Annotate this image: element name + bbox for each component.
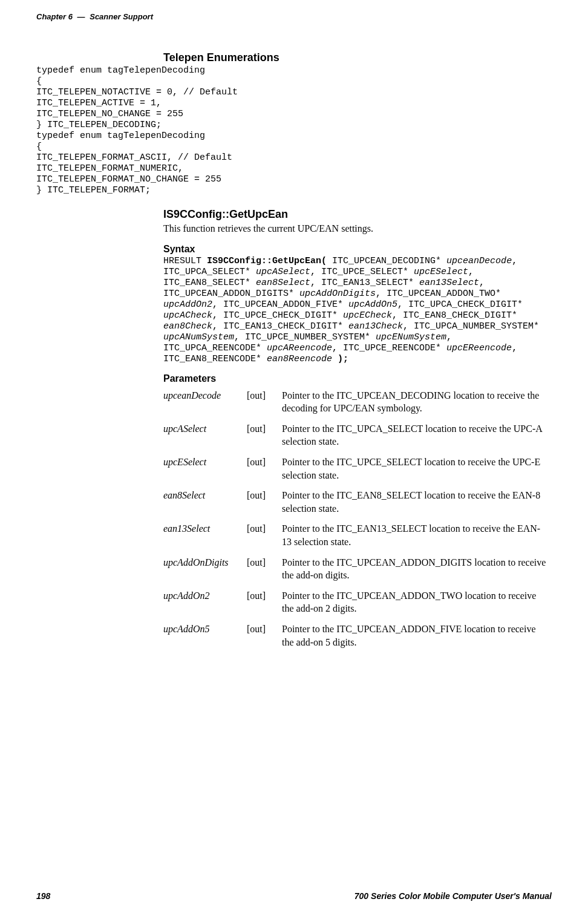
param-desc: Pointer to the ITC_EAN8_SELECT location … — [282, 485, 552, 518]
syn-t13: , ITC_UPCA_NUMBER_SYSTEM* — [403, 321, 539, 332]
syn-t11: , ITC_EAN8_CHECK_DIGIT* — [392, 310, 517, 321]
syn-p10: upcECheck — [343, 310, 392, 321]
syn-p11: ean8Check — [163, 321, 212, 332]
running-head-chapter: Chapter 6 — [36, 12, 73, 21]
syn-p3: upcESelect — [414, 267, 468, 277]
param-direction: [out] — [247, 619, 282, 652]
telepen-heading: Telepen Enumerations — [163, 51, 552, 64]
syn-p13: upcANumSystem — [163, 332, 234, 342]
syn-p12: ean13Check — [348, 321, 403, 332]
telepen-code: typedef enum tagTelepenDecoding { ITC_TE… — [36, 65, 552, 196]
param-name: upcAddOn2 — [163, 586, 247, 619]
syn-p7: upcAddOn2 — [163, 299, 212, 310]
param-direction: [out] — [247, 485, 282, 518]
syn-p2: upcASelect — [256, 267, 310, 277]
page-footer: 198 700 Series Color Mobile Computer Use… — [36, 891, 552, 901]
param-row: upcAddOn5[out]Pointer to the ITC_UPCEAN_… — [163, 619, 552, 652]
getupcean-heading: IS9CConfig::GetUpcEan — [163, 208, 552, 221]
syn-t9: , ITC_UPCA_CHECK_DIGIT* — [397, 299, 523, 310]
syn-t12: , ITC_EAN13_CHECK_DIGIT* — [212, 321, 348, 332]
syn-t10: , ITC_UPCE_CHECK_DIGIT* — [212, 310, 343, 321]
telepen-section: Telepen Enumerations — [163, 51, 552, 64]
param-direction: [out] — [247, 452, 282, 485]
syntax-call: IS9CConfig::GetUpcEan( — [207, 256, 327, 266]
syn-p1: upceanDecode — [446, 256, 512, 266]
param-desc: Pointer to the ITC_UPCEAN_ADDON_TWO loca… — [282, 586, 552, 619]
syn-p14: upcENumSystem — [376, 332, 446, 342]
parameters-heading: Parameters — [163, 373, 552, 384]
param-row: upcASelect[out]Pointer to the ITC_UPCA_S… — [163, 419, 552, 452]
syn-t7: , ITC_UPCEAN_ADDON_TWO* — [376, 289, 501, 299]
getupcean-section: IS9CConfig::GetUpcEan This function retr… — [163, 208, 552, 652]
param-desc: Pointer to the ITC_UPCA_SELECT location … — [282, 419, 552, 452]
param-name: upcESelect — [163, 452, 247, 485]
getupcean-desc: This function retrieves the current UPC/… — [163, 222, 552, 235]
syn-p4: ean8Select — [256, 278, 310, 288]
param-desc: Pointer to the ITC_UPCEAN_ADDON_DIGITS l… — [282, 552, 552, 586]
syn-t1: ITC_UPCEAN_DECODING* — [327, 256, 446, 266]
syntax-block: HRESULT IS9CConfig::GetUpcEan( ITC_UPCEA… — [163, 256, 552, 365]
page-number: 198 — [36, 891, 50, 901]
param-desc: Pointer to the ITC_UPCEAN_DECODING locat… — [282, 385, 552, 419]
param-direction: [out] — [247, 419, 282, 452]
param-name: upceanDecode — [163, 385, 247, 419]
param-desc: Pointer to the ITC_UPCEAN_ADDON_FIVE loc… — [282, 619, 552, 652]
syntax-heading: Syntax — [163, 244, 552, 255]
syn-p5: ean13Select — [419, 278, 479, 288]
syn-t8: , ITC_UPCEAN_ADDON_FIVE* — [212, 299, 348, 310]
param-row: ean13Select[out]Pointer to the ITC_EAN13… — [163, 518, 552, 552]
syn-p6: upcAddOnDigits — [299, 289, 376, 299]
param-desc: Pointer to the ITC_EAN13_SELECT location… — [282, 518, 552, 552]
param-name: upcASelect — [163, 419, 247, 452]
param-direction: [out] — [247, 385, 282, 419]
syn-p9: upcACheck — [163, 310, 212, 321]
param-row: ean8Select[out]Pointer to the ITC_EAN8_S… — [163, 485, 552, 518]
syn-t16: , ITC_UPCE_REENCODE* — [332, 343, 446, 353]
param-direction: [out] — [247, 552, 282, 586]
page: Chapter 6 — Scanner Support Telepen Enum… — [0, 0, 588, 919]
syn-p16: upcEReencode — [446, 343, 512, 353]
param-row: upceanDecode[out]Pointer to the ITC_UPCE… — [163, 385, 552, 419]
param-row: upcESelect[out]Pointer to the ITC_UPCE_S… — [163, 452, 552, 485]
param-direction: [out] — [247, 586, 282, 619]
syn-t3: , ITC_UPCE_SELECT* — [310, 267, 414, 277]
param-row: upcAddOn2[out]Pointer to the ITC_UPCEAN_… — [163, 586, 552, 619]
syn-t5: , ITC_EAN13_SELECT* — [310, 278, 419, 288]
param-name: upcAddOn5 — [163, 619, 247, 652]
syn-p15: upcAReencode — [267, 343, 332, 353]
running-head-dash: — — [77, 12, 85, 21]
param-direction: [out] — [247, 518, 282, 552]
syntax-prefix: HRESULT — [163, 256, 207, 266]
syn-end: ); — [332, 354, 348, 364]
running-head: Chapter 6 — Scanner Support — [36, 12, 552, 21]
param-desc: Pointer to the ITC_UPCE_SELECT location … — [282, 452, 552, 485]
param-name: upcAddOnDigits — [163, 552, 247, 586]
param-row: upcAddOnDigits[out]Pointer to the ITC_UP… — [163, 552, 552, 586]
param-name: ean8Select — [163, 485, 247, 518]
syn-p8: upcAddOn5 — [348, 299, 397, 310]
syn-t14: , ITC_UPCE_NUMBER_SYSTEM* — [234, 332, 376, 342]
running-head-title: Scanner Support — [90, 12, 153, 21]
param-name: ean13Select — [163, 518, 247, 552]
parameters-table: upceanDecode[out]Pointer to the ITC_UPCE… — [163, 385, 552, 653]
syn-p17: ean8Reencode — [267, 354, 332, 364]
footer-title: 700 Series Color Mobile Computer User's … — [354, 891, 552, 901]
